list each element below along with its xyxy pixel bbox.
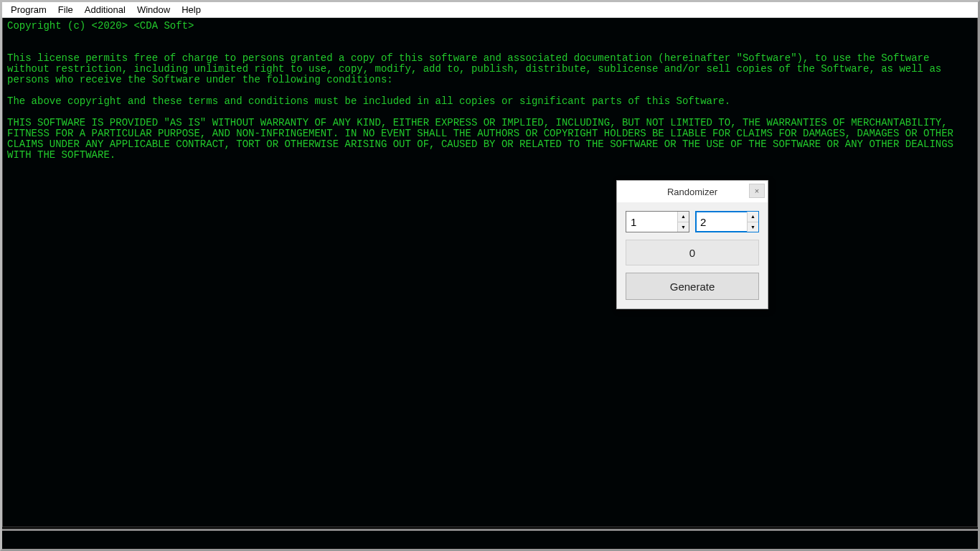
copyright-line: Copyright (c) <2020> <CDA Soft> [7, 20, 194, 32]
menu-additional[interactable]: Additional [79, 3, 131, 17]
max-input[interactable] [696, 212, 747, 232]
menu-file[interactable]: File [52, 3, 79, 17]
chevron-up-icon: ▲ [681, 214, 686, 219]
menu-bar: Program File Additional Window Help [2, 2, 978, 18]
min-spinbox: ▲ ▼ [626, 211, 689, 232]
menu-window[interactable]: Window [131, 3, 176, 17]
randomizer-dialog: Randomizer × ▲ ▼ ▲ ▼ [616, 180, 768, 309]
menu-program[interactable]: Program [5, 3, 52, 17]
main-window: Program File Additional Window Help Copy… [0, 0, 980, 551]
range-row: ▲ ▼ ▲ ▼ [626, 211, 759, 232]
dialog-title: Randomizer [617, 187, 768, 197]
license-para-3: THIS SOFTWARE IS PROVIDED "AS IS" WITHOU… [7, 117, 959, 161]
min-spin-up[interactable]: ▲ [678, 212, 689, 222]
chevron-down-icon: ▼ [681, 225, 686, 230]
menu-help[interactable]: Help [176, 3, 207, 17]
console-output: Copyright (c) <2020> <CDA Soft> This lic… [2, 18, 978, 527]
status-bar [2, 529, 978, 549]
chevron-down-icon: ▼ [750, 225, 755, 230]
max-spin-buttons: ▲ ▼ [747, 212, 758, 232]
chevron-up-icon: ▲ [750, 214, 755, 219]
close-icon: × [755, 187, 759, 195]
min-spin-down[interactable]: ▼ [678, 222, 689, 232]
generate-button[interactable]: Generate [626, 273, 759, 300]
close-button[interactable]: × [749, 184, 765, 198]
min-input[interactable] [626, 212, 677, 232]
result-value: 0 [689, 247, 695, 259]
max-spin-down[interactable]: ▼ [748, 222, 758, 232]
max-spinbox: ▲ ▼ [695, 211, 759, 232]
max-spin-up[interactable]: ▲ [748, 212, 758, 222]
result-display: 0 [626, 240, 759, 265]
dialog-body: ▲ ▼ ▲ ▼ 0 Generate [617, 202, 768, 309]
min-spin-buttons: ▲ ▼ [677, 212, 689, 232]
dialog-titlebar[interactable]: Randomizer × [617, 181, 768, 202]
license-para-1: This license permits free of charge to p… [7, 52, 948, 85]
license-para-2: The above copyright and these terms and … [7, 95, 730, 107]
